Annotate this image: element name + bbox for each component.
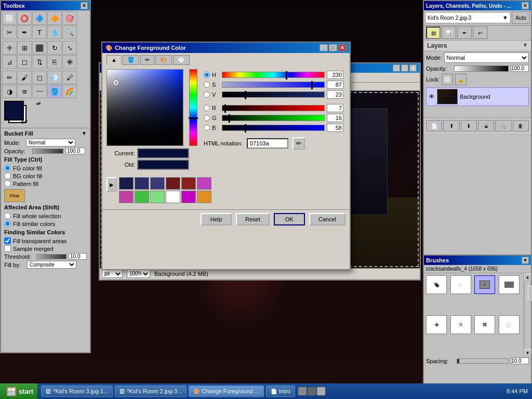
tab-layers[interactable]: ▤: [426, 26, 441, 39]
cancel-button[interactable]: Cancel: [309, 213, 345, 225]
slider-g[interactable]: [222, 115, 325, 121]
tab-undo[interactable]: ↩: [473, 26, 487, 39]
tool-color-select[interactable]: 🎯: [62, 11, 77, 25]
tool-color-picker[interactable]: 💧: [47, 25, 62, 39]
tool-dodge[interactable]: ◑: [2, 85, 17, 98]
fill-whole-radio[interactable]: [4, 212, 11, 219]
delete-layer-btn[interactable]: 🗑: [513, 120, 529, 131]
layers-close-btn[interactable]: ✕: [522, 2, 529, 9]
brush-2[interactable]: ·:·: [450, 275, 471, 294]
swatch-1[interactable]: [135, 177, 149, 190]
fill-transparent-checkbox[interactable]: [4, 237, 11, 244]
swatch-5[interactable]: [197, 177, 211, 190]
layers-mode-select[interactable]: Normal: [444, 52, 529, 63]
tool-ink[interactable]: 🖊: [62, 71, 77, 84]
swap-colors-btn[interactable]: ⇄: [36, 101, 41, 107]
fill-by-select[interactable]: Composite: [27, 261, 76, 269]
threshold-slider[interactable]: [36, 254, 66, 259]
tool-smudge[interactable]: 〰: [32, 85, 47, 98]
swatches-scroll-btn[interactable]: ▶: [107, 177, 117, 192]
spacing-slider[interactable]: [457, 358, 509, 364]
layer-up-btn[interactable]: ⬆: [443, 120, 459, 131]
opacity-value[interactable]: 100.0: [65, 148, 85, 154]
html-input[interactable]: [247, 138, 288, 149]
brush-5[interactable]: ✦: [426, 315, 447, 334]
h-value[interactable]: [327, 71, 343, 79]
mode-select[interactable]: Normal: [26, 139, 75, 147]
swatch-2[interactable]: [150, 177, 165, 190]
swatch-3[interactable]: [166, 177, 180, 190]
tool-pencil[interactable]: ✏: [2, 71, 17, 84]
brush-1[interactable]: [426, 275, 447, 294]
ok-button[interactable]: OK: [274, 213, 305, 225]
pattern-fill-radio[interactable]: [4, 180, 11, 187]
tab-palette[interactable]: 🎨: [155, 55, 172, 65]
swatch-7[interactable]: [135, 191, 149, 203]
zoom-level-select[interactable]: 100%: [127, 270, 150, 278]
reset-colors-btn[interactable]: ↩: [21, 117, 28, 127]
brush-8[interactable]: ◌: [499, 315, 520, 334]
opacity-slider[interactable]: [32, 149, 63, 154]
duplicate-layer-btn[interactable]: ⬙: [478, 120, 494, 131]
zoom-unit-select[interactable]: px: [102, 270, 123, 278]
slider-b[interactable]: [222, 125, 325, 131]
image-minimize-btn[interactable]: _: [393, 64, 400, 72]
reset-button[interactable]: Reset: [236, 213, 270, 225]
taskbar-btn-2[interactable]: 🎨 Change Foreground ...: [189, 385, 264, 397]
tool-scissors[interactable]: ✂: [2, 25, 17, 39]
layer-background[interactable]: 👁 Background: [426, 87, 529, 106]
tab-paintbucket[interactable]: 🪣: [123, 55, 139, 65]
html-edit-button[interactable]: ✏: [292, 137, 305, 150]
color-gradient-area[interactable]: [107, 69, 183, 146]
image-selector[interactable]: Kid's Room 2.jpg-3 ▼: [425, 12, 511, 23]
radio-g[interactable]: [204, 115, 210, 121]
s-value[interactable]: [327, 81, 343, 89]
tool-ellipse-select[interactable]: ⭕: [17, 11, 32, 25]
swatch-0[interactable]: [119, 177, 134, 190]
layers-section-arrow[interactable]: ▼: [523, 42, 528, 48]
brush-6[interactable]: ✕: [450, 315, 471, 334]
tab-history[interactable]: 🕒: [173, 55, 190, 65]
brush-4[interactable]: [499, 275, 520, 294]
layers-opacity-value[interactable]: [511, 65, 529, 72]
tool-rotate[interactable]: ↻: [47, 41, 62, 55]
tool-heal[interactable]: ✙: [62, 55, 77, 69]
tool-eraser[interactable]: ◻: [32, 71, 47, 84]
dialog-maximize-btn[interactable]: □: [329, 44, 337, 51]
tool-zoom[interactable]: 🔍: [62, 25, 77, 39]
fill-similar-radio[interactable]: [4, 220, 11, 227]
brush-3[interactable]: ≋: [474, 275, 495, 294]
scroll-down-btn[interactable]: ▼: [524, 349, 531, 356]
swatch-6[interactable]: [119, 191, 134, 203]
radio-r[interactable]: [204, 105, 210, 111]
layer-down-btn[interactable]: ⬇: [461, 120, 477, 131]
tool-perspective[interactable]: ◻: [17, 55, 32, 69]
tool-rect-select[interactable]: ⬜: [2, 11, 17, 25]
swatch-8[interactable]: [150, 191, 165, 203]
layer-visibility-icon[interactable]: 👁: [429, 93, 435, 100]
tab-pencil[interactable]: ✏: [140, 55, 154, 65]
tab-paths[interactable]: ✒: [457, 26, 472, 39]
hue-slider[interactable]: [189, 69, 197, 146]
radio-b[interactable]: [204, 125, 210, 131]
pattern-preview[interactable]: Pine: [4, 189, 25, 202]
tool-fuzzy-select[interactable]: 🔶: [47, 11, 62, 25]
v-value[interactable]: [327, 90, 343, 99]
tool-align[interactable]: ⊞: [17, 41, 32, 55]
bucket-fill-collapse[interactable]: ▼: [82, 130, 87, 137]
brush-7[interactable]: ✖: [474, 315, 495, 334]
threshold-value[interactable]: [69, 253, 87, 260]
tool-bucket-fill[interactable]: 🪣: [47, 85, 62, 98]
r-value[interactable]: [327, 104, 343, 112]
auto-btn[interactable]: Auto: [512, 11, 530, 24]
swatch-10[interactable]: [181, 191, 196, 203]
tool-crop[interactable]: ⬛: [32, 41, 47, 55]
taskbar-btn-0[interactable]: 🖼 *Kid's Room 3.jpg-1...: [41, 385, 113, 397]
tool-move[interactable]: ✛: [2, 41, 17, 55]
brushes-close-btn[interactable]: ▼: [522, 257, 529, 264]
b-value[interactable]: [327, 124, 343, 132]
current-color-swatch[interactable]: [137, 148, 189, 158]
tool-paths[interactable]: ✒: [17, 25, 32, 39]
fg-fill-radio[interactable]: [4, 165, 11, 171]
lock-position-btn[interactable]: 🔒: [455, 74, 467, 85]
